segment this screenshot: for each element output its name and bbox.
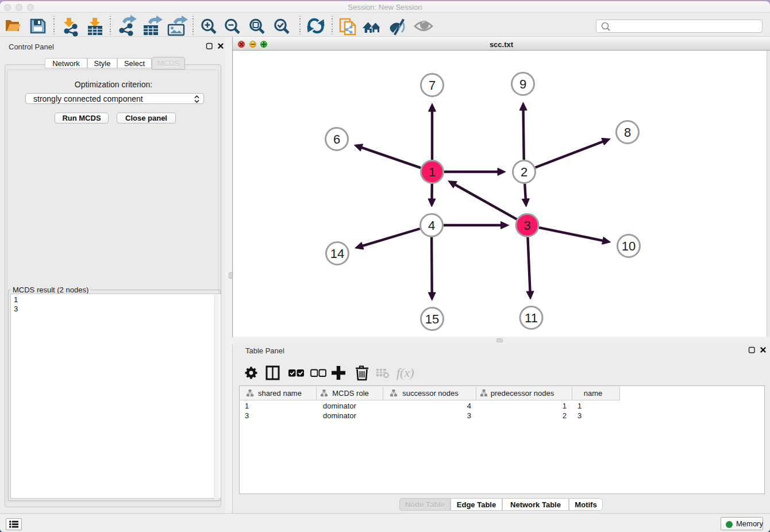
svg-text:f(x): f(x) xyxy=(396,365,414,380)
svg-text:6: 6 xyxy=(333,132,340,147)
svg-text:3: 3 xyxy=(578,411,582,420)
svg-text:name: name xyxy=(584,389,603,398)
svg-text:2: 2 xyxy=(563,411,567,420)
svg-text:1: 1 xyxy=(429,165,436,179)
svg-text:4: 4 xyxy=(467,402,471,410)
svg-text:2: 2 xyxy=(521,165,528,179)
svg-text:10: 10 xyxy=(622,239,636,253)
svg-text:successor nodes: successor nodes xyxy=(402,389,459,398)
svg-text:4: 4 xyxy=(428,218,435,233)
svg-text:shared name: shared name xyxy=(258,389,302,398)
svg-text:3: 3 xyxy=(467,411,471,420)
svg-text:15: 15 xyxy=(425,312,439,326)
svg-text:3: 3 xyxy=(523,218,530,233)
svg-text:dominator: dominator xyxy=(323,411,356,420)
svg-text:11: 11 xyxy=(525,311,538,325)
svg-text:1: 1 xyxy=(578,402,582,410)
svg-text:1: 1 xyxy=(245,402,249,410)
svg-text:7: 7 xyxy=(429,78,436,92)
svg-text:8: 8 xyxy=(624,125,631,140)
svg-text:14: 14 xyxy=(330,246,344,261)
svg-text:MCDS role: MCDS role xyxy=(332,389,369,398)
svg-text:dominator: dominator xyxy=(323,402,356,410)
svg-text:3: 3 xyxy=(245,411,249,420)
svg-text:9: 9 xyxy=(519,77,526,91)
svg-text:1: 1 xyxy=(563,402,567,410)
svg-text:predecessor nodes: predecessor nodes xyxy=(491,389,555,398)
